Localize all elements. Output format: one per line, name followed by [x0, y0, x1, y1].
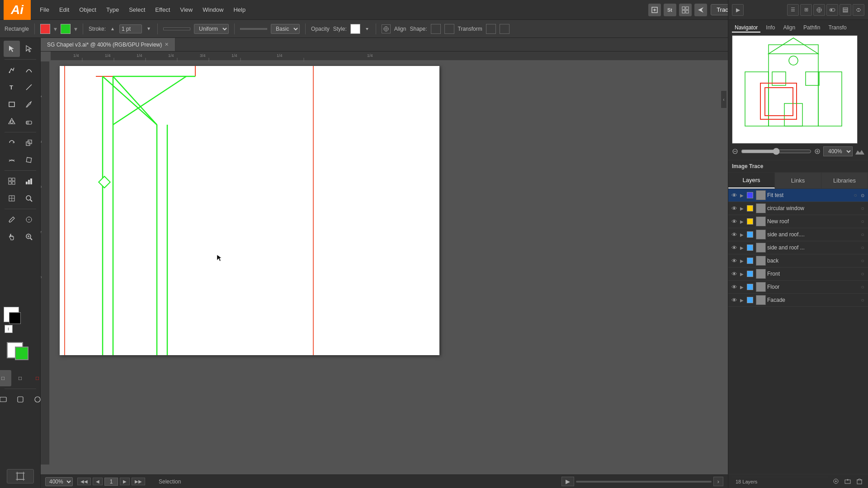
zoom-in-icon[interactable]: [814, 148, 821, 155]
eraser-tool[interactable]: [21, 113, 37, 130]
tab-links[interactable]: Links: [775, 173, 821, 188]
play-btn[interactable]: ▶: [561, 477, 574, 486]
layer-vis-eye[interactable]: 👁: [730, 204, 738, 212]
warp-tool[interactable]: [4, 152, 20, 168]
stroke-value-input[interactable]: [119, 24, 142, 33]
type-tool[interactable]: T: [4, 79, 20, 95]
free-transform-tool[interactable]: [21, 152, 37, 168]
menu-view[interactable]: View: [175, 5, 197, 15]
scale-tool[interactable]: [21, 135, 37, 151]
stroke-swatch[interactable]: [61, 24, 71, 34]
nav-tab-pathfinder[interactable]: Pathfin: [801, 23, 823, 33]
layer-vis-eye[interactable]: 👁: [730, 217, 738, 225]
layer-item-floor[interactable]: 👁 ▶ Floor ○: [728, 281, 868, 294]
zoom-slider[interactable]: [741, 148, 811, 155]
panel-collapse-btn[interactable]: ‹: [721, 90, 727, 108]
swap-colors-icon[interactable]: ↕: [5, 325, 13, 333]
layer-item-fit-test[interactable]: 👁 ▶ Fit test ○ ⊙: [728, 189, 868, 202]
layer-lock-icon[interactable]: ○: [859, 257, 866, 264]
layer-lock-icon[interactable]: ○: [852, 192, 859, 199]
tab-layers[interactable]: Layers: [728, 173, 775, 188]
menu-window[interactable]: Window: [198, 5, 228, 15]
layer-lock-icon[interactable]: ○: [859, 270, 866, 277]
layer-expand-arrow[interactable]: ▶: [738, 218, 745, 225]
menu-effect[interactable]: Effect: [151, 5, 175, 15]
slice-tool[interactable]: [4, 190, 20, 206]
layer-item-facade[interactable]: 👁 ▶ Facade ○: [728, 294, 868, 307]
behind-mode-btn[interactable]: □: [12, 370, 28, 386]
layer-expand-arrow[interactable]: ▶: [738, 257, 745, 264]
change-screen-btn[interactable]: [0, 391, 11, 408]
rotate-tool[interactable]: [4, 135, 20, 151]
artboard-tool[interactable]: [7, 469, 34, 483]
layer-expand-arrow[interactable]: ▶: [738, 205, 745, 212]
layer-expand-arrow[interactable]: ▶: [738, 231, 745, 238]
menu-object[interactable]: Object: [75, 5, 101, 15]
select-tool[interactable]: [4, 41, 20, 57]
layer-item-new-roof[interactable]: 👁 ▶ New roof ○: [728, 215, 868, 228]
delete-layer-icon[interactable]: [854, 476, 864, 486]
zoom-level-select[interactable]: 400% 200% 100%: [823, 146, 853, 156]
layer-item-side-roof-1[interactable]: 👁 ▶ side and roof.... ○: [728, 228, 868, 241]
layer-expand-arrow[interactable]: ▶: [738, 270, 745, 277]
nav-tab-navigator[interactable]: Navigator: [732, 23, 760, 33]
layer-item-back[interactable]: 👁 ▶ back ○: [728, 254, 868, 267]
layer-vis-eye[interactable]: 👁: [730, 244, 738, 252]
layer-expand-arrow[interactable]: ▶: [738, 296, 745, 304]
panel-adjust-icon[interactable]: [826, 4, 838, 16]
toolbar-icon-3[interactable]: [679, 4, 692, 16]
rectangle-tool[interactable]: [4, 96, 20, 113]
style-swatch[interactable]: [350, 24, 360, 34]
timeline-bar[interactable]: [576, 481, 712, 483]
page-number-input[interactable]: [104, 478, 118, 486]
locate-layer-icon[interactable]: [831, 476, 841, 486]
page-prev-btn[interactable]: ◀: [93, 478, 103, 485]
layer-expand-arrow[interactable]: ▶: [738, 283, 745, 291]
layer-lock-icon[interactable]: ○: [859, 205, 866, 212]
panel-btn-1[interactable]: ☰: [787, 4, 799, 16]
layer-lock-icon[interactable]: ○: [859, 296, 866, 304]
paintbrush-tool[interactable]: [21, 96, 37, 113]
layer-item-side-roof-2[interactable]: 👁 ▶ side and roof ... ○: [728, 241, 868, 254]
page-last-btn[interactable]: ▶▶: [132, 478, 145, 485]
layer-vis-eye[interactable]: 👁: [730, 191, 738, 199]
zoom-select[interactable]: 400% 200% 100%: [45, 477, 73, 486]
layer-vis-eye[interactable]: 👁: [730, 283, 738, 291]
shaper-tool[interactable]: [4, 113, 20, 130]
active-stroke-swatch[interactable]: [15, 347, 28, 360]
menu-edit[interactable]: Edit: [55, 5, 74, 15]
menu-type[interactable]: Type: [102, 5, 123, 15]
menu-select[interactable]: Select: [124, 5, 150, 15]
line-tool[interactable]: [21, 79, 37, 95]
shape-dropdown[interactable]: [444, 24, 454, 34]
stroke-style-select[interactable]: Basic: [271, 24, 300, 34]
measure-tool[interactable]: [21, 211, 37, 228]
layer-lock-icon[interactable]: ○: [859, 283, 866, 291]
nav-tab-align[interactable]: Align: [780, 23, 798, 33]
panel-layers-shortcut-icon[interactable]: [840, 4, 851, 16]
change-mode-btn[interactable]: [12, 391, 28, 408]
layer-vis-eye[interactable]: 👁: [730, 257, 738, 265]
layer-expand-arrow[interactable]: ▶: [738, 192, 745, 199]
panel-properties-icon[interactable]: [813, 4, 825, 16]
zoom-magnify-tool[interactable]: [21, 229, 37, 245]
tab-close-icon[interactable]: ✕: [165, 42, 169, 47]
menu-help[interactable]: Help: [229, 5, 250, 15]
layer-item-circular-window[interactable]: 👁 ▶ circular window ○: [728, 202, 868, 215]
layer-options-icon[interactable]: ⊙: [859, 192, 866, 199]
layer-vis-eye[interactable]: 👁: [730, 270, 738, 278]
play-panel-btn[interactable]: ▶: [732, 4, 744, 16]
page-next-btn[interactable]: ▶: [120, 478, 130, 485]
add-layer-icon[interactable]: [843, 476, 853, 486]
stroke-up-icon[interactable]: [109, 26, 116, 32]
style-dropdown-icon[interactable]: [364, 26, 370, 32]
layer-vis-eye[interactable]: 👁: [730, 296, 738, 304]
layer-vis-eye[interactable]: 👁: [730, 230, 738, 239]
layer-expand-arrow[interactable]: ▶: [738, 244, 745, 251]
curvature-tool[interactable]: [21, 62, 37, 78]
transform-icon-2[interactable]: [500, 24, 509, 34]
zoom-out-icon[interactable]: [732, 148, 738, 155]
direct-select-tool[interactable]: [21, 41, 37, 57]
stroke-color-swatch[interactable]: [9, 312, 21, 324]
symbol-tool[interactable]: [4, 173, 20, 189]
